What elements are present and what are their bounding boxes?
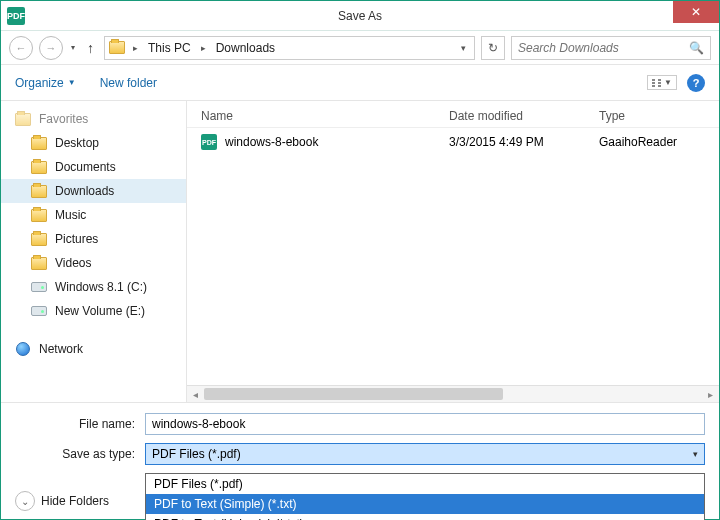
pdf-file-icon: PDF — [201, 134, 217, 150]
sidebar-item-label: Desktop — [55, 136, 99, 150]
save-as-type-value: PDF Files (*.pdf) — [152, 447, 241, 461]
hide-folders-button[interactable]: ⌄ Hide Folders — [15, 491, 109, 511]
chevron-down-icon: ▼ — [664, 78, 672, 87]
type-option[interactable]: PDF to Text (Unicode) (*.txt) — [146, 514, 704, 520]
hide-folders-label: Hide Folders — [41, 494, 109, 508]
sidebar-item-documents[interactable]: Documents — [1, 155, 186, 179]
new-folder-label: New folder — [100, 76, 157, 90]
sidebar-item-label: Windows 8.1 (C:) — [55, 280, 147, 294]
sidebar-item-label: Music — [55, 208, 86, 222]
sidebar-item-downloads[interactable]: Downloads — [1, 179, 186, 203]
type-option[interactable]: PDF to Text (Simple) (*.txt) — [146, 494, 704, 514]
forward-button[interactable]: → — [39, 36, 63, 60]
file-browser: Name Date modified Type PDFwindows-8-ebo… — [187, 101, 719, 402]
back-button[interactable]: ← — [9, 36, 33, 60]
file-row[interactable]: PDFwindows-8-ebook3/3/2015 4:49 PMGaaiho… — [187, 128, 719, 156]
sidebar-item-label: Documents — [55, 160, 116, 174]
list-view-icon — [652, 79, 655, 87]
titlebar: PDF Save As ✕ — [1, 1, 719, 31]
scroll-right-arrow[interactable]: ▸ — [702, 389, 719, 400]
window-title: Save As — [338, 9, 382, 23]
sidebar-item-label: New Volume (E:) — [55, 304, 145, 318]
chevron-right-icon[interactable]: ▸ — [197, 43, 210, 53]
chevron-down-icon: ⌄ — [15, 491, 35, 511]
column-header-type[interactable]: Type — [599, 109, 709, 123]
refresh-button[interactable]: ↻ — [481, 36, 505, 60]
breadcrumb-this-pc[interactable]: This PC — [146, 41, 193, 55]
scroll-track[interactable] — [204, 386, 702, 402]
sidebar-item-label: Downloads — [55, 184, 114, 198]
file-name: windows-8-ebook — [225, 135, 318, 149]
drive-icon — [31, 303, 47, 319]
save-as-dialog: PDF Save As ✕ ← → ▾ ↑ ▸ This PC ▸ Downlo… — [0, 0, 720, 520]
app-icon: PDF — [7, 7, 25, 25]
sidebar-item-videos[interactable]: Videos — [1, 251, 186, 275]
sidebar-item-desktop[interactable]: Desktop — [1, 131, 186, 155]
folder-icon — [31, 135, 47, 151]
save-form: File name: Save as type: PDF Files (*.pd… — [1, 402, 719, 483]
toolbar: Organize ▼ New folder ▼ ? — [1, 65, 719, 101]
organize-label: Organize — [15, 76, 64, 90]
sidebar-item-label: Videos — [55, 256, 91, 270]
file-date: 3/3/2015 4:49 PM — [449, 135, 599, 149]
folder-icon — [109, 40, 125, 56]
scroll-left-arrow[interactable]: ◂ — [187, 389, 204, 400]
folder-icon — [15, 111, 31, 127]
list-view-icon — [658, 79, 661, 87]
folder-icon — [31, 207, 47, 223]
column-headers: Name Date modified Type — [187, 101, 719, 128]
organize-menu[interactable]: Organize ▼ — [15, 76, 76, 90]
sidebar-group-blurred[interactable]: Favorites — [1, 107, 186, 131]
close-button[interactable]: ✕ — [673, 1, 719, 23]
sidebar: Favorites DesktopDocumentsDownloadsMusic… — [1, 101, 187, 402]
horizontal-scrollbar[interactable]: ◂ ▸ — [187, 385, 719, 402]
sidebar-item-label: Network — [39, 342, 83, 356]
navbar: ← → ▾ ↑ ▸ This PC ▸ Downloads ▾ ↻ 🔍 — [1, 31, 719, 65]
save-as-type-select[interactable]: PDF Files (*.pdf) ▾ — [145, 443, 705, 465]
history-dropdown[interactable]: ▾ — [69, 43, 77, 52]
sidebar-item-label: Pictures — [55, 232, 98, 246]
sidebar-item-music[interactable]: Music — [1, 203, 186, 227]
sidebar-item-new-volume-e-[interactable]: New Volume (E:) — [1, 299, 186, 323]
file-type: GaaihoReader — [599, 135, 709, 149]
help-button[interactable]: ? — [687, 74, 705, 92]
column-header-date[interactable]: Date modified — [449, 109, 599, 123]
sidebar-item-pictures[interactable]: Pictures — [1, 227, 186, 251]
folder-icon — [31, 183, 47, 199]
type-option[interactable]: PDF Files (*.pdf) — [146, 474, 704, 494]
address-dropdown[interactable]: ▾ — [457, 43, 470, 53]
close-icon: ✕ — [691, 5, 701, 19]
save-as-type-label: Save as type: — [15, 447, 145, 461]
filename-label: File name: — [15, 417, 145, 431]
filename-input[interactable] — [145, 413, 705, 435]
sidebar-item-windows-8-1-c-[interactable]: Windows 8.1 (C:) — [1, 275, 186, 299]
chevron-down-icon: ▾ — [693, 449, 698, 459]
view-options-button[interactable]: ▼ — [647, 75, 677, 90]
search-box[interactable]: 🔍 — [511, 36, 711, 60]
folder-icon — [31, 255, 47, 271]
up-button[interactable]: ↑ — [83, 40, 98, 56]
scroll-thumb[interactable] — [204, 388, 503, 400]
search-icon[interactable]: 🔍 — [689, 41, 704, 55]
file-list: PDFwindows-8-ebook3/3/2015 4:49 PMGaaiho… — [187, 128, 719, 385]
column-header-name[interactable]: Name — [201, 109, 449, 123]
chevron-down-icon: ▼ — [68, 78, 76, 87]
folder-icon — [31, 231, 47, 247]
search-input[interactable] — [518, 41, 689, 55]
breadcrumb-downloads[interactable]: Downloads — [214, 41, 277, 55]
network-icon — [15, 341, 31, 357]
chevron-right-icon[interactable]: ▸ — [129, 43, 142, 53]
sidebar-item-network[interactable]: Network — [1, 337, 186, 361]
drive-icon — [31, 279, 47, 295]
folder-icon — [31, 159, 47, 175]
save-as-type-dropdown: PDF Files (*.pdf)PDF to Text (Simple) (*… — [145, 473, 705, 520]
address-bar[interactable]: ▸ This PC ▸ Downloads ▾ — [104, 36, 475, 60]
new-folder-button[interactable]: New folder — [100, 76, 157, 90]
